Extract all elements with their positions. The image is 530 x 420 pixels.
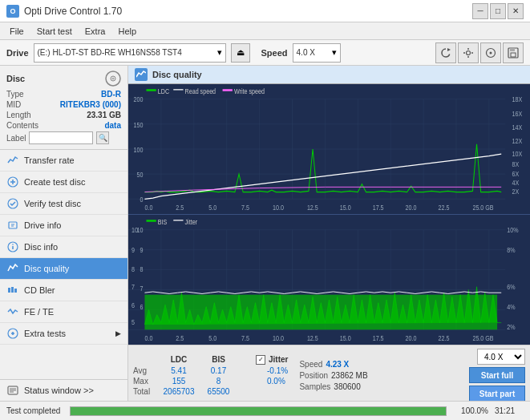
charts-wrapper: 200 150 100 50 0 18X 16X 14X 12X 10X 8X … bbox=[128, 84, 530, 345]
save-button[interactable] bbox=[503, 42, 524, 63]
disc-label-label: Label bbox=[6, 134, 26, 143]
start-part-button[interactable]: Start part bbox=[469, 386, 525, 401]
samples-row: Samples 380600 bbox=[299, 382, 367, 391]
svg-marker-0 bbox=[447, 48, 451, 51]
app-title: Opti Drive Control 1.70 bbox=[24, 6, 122, 17]
status-window-label: Status window >> bbox=[24, 386, 94, 395]
svg-rect-5 bbox=[471, 52, 473, 54]
menu-file[interactable]: File bbox=[5, 25, 29, 38]
svg-point-7 bbox=[490, 51, 492, 54]
disc-mid-label: MID bbox=[6, 100, 21, 109]
disc-mid-row: MID RITEKBR3 (000) bbox=[6, 100, 121, 109]
svg-text:20.0: 20.0 bbox=[406, 334, 417, 342]
sidebar-item-verify-test-disc[interactable]: Verify test disc bbox=[0, 193, 127, 215]
svg-text:0.0: 0.0 bbox=[144, 334, 152, 342]
svg-rect-130 bbox=[173, 220, 183, 220]
sidebar-item-transfer-rate-label: Transfer rate bbox=[24, 155, 75, 165]
svg-text:10.0: 10.0 bbox=[273, 334, 284, 342]
progress-text: 100.0% bbox=[456, 406, 488, 415]
extra-tests-arrow-icon: ▶ bbox=[115, 329, 121, 337]
fe-te-icon bbox=[6, 305, 19, 318]
svg-text:5.0: 5.0 bbox=[208, 334, 216, 342]
speed-dropdown-icon: ▾ bbox=[332, 47, 337, 58]
disc-title: Disc bbox=[6, 74, 25, 83]
svg-text:2%: 2% bbox=[507, 324, 515, 332]
svg-text:Jitter: Jitter bbox=[185, 219, 198, 227]
stats-col-ldc-header: LDC bbox=[159, 355, 199, 364]
menu-help[interactable]: Help bbox=[113, 25, 141, 38]
menu-start-test[interactable]: Start test bbox=[32, 25, 77, 38]
sidebar-item-cd-bler[interactable]: CD Bler bbox=[0, 280, 127, 301]
sidebar-item-transfer-rate[interactable]: Transfer rate bbox=[0, 150, 127, 172]
stats-max-jitter: 0.0% bbox=[267, 377, 285, 386]
sidebar-item-fe-te-label: FE / TE bbox=[24, 307, 54, 317]
samples-value: 380600 bbox=[334, 382, 360, 391]
svg-text:22.5: 22.5 bbox=[438, 334, 449, 342]
sidebar-item-fe-te[interactable]: FE / TE bbox=[0, 301, 127, 323]
svg-text:17.5: 17.5 bbox=[373, 204, 384, 212]
stats-total-label: Total bbox=[133, 387, 157, 396]
svg-text:20.0: 20.0 bbox=[406, 204, 417, 212]
progress-container bbox=[70, 406, 447, 416]
start-full-button[interactable]: Start full bbox=[469, 367, 525, 383]
stats-avg-ldc: 5.41 bbox=[159, 366, 199, 375]
disc-type-label: Type bbox=[6, 90, 24, 99]
stats-total-row: Total 2065703 65500 bbox=[133, 387, 288, 396]
svg-text:BIS: BIS bbox=[158, 219, 168, 227]
verify-test-disc-icon bbox=[6, 197, 19, 210]
svg-rect-9 bbox=[510, 48, 515, 51]
disc-info-panel: Disc Type BD-R MID RITEKBR3 (000) Length… bbox=[0, 66, 127, 150]
svg-rect-24 bbox=[8, 288, 10, 293]
svg-text:6: 6 bbox=[131, 301, 135, 309]
transfer-rate-icon bbox=[6, 154, 19, 167]
extra-tests-icon bbox=[6, 327, 19, 340]
status-window-icon bbox=[6, 384, 19, 397]
svg-text:8: 8 bbox=[131, 265, 135, 273]
sidebar-item-extra-tests[interactable]: Extra tests ▶ bbox=[0, 323, 127, 345]
action-section: 4.0 X 2.0 X 6.0 X 8.0 X Start full Start… bbox=[469, 349, 525, 401]
speed-stat-label: Speed bbox=[299, 360, 322, 369]
refresh-button[interactable] bbox=[435, 42, 456, 63]
svg-rect-10 bbox=[511, 53, 516, 57]
drive-action-buttons bbox=[435, 42, 524, 63]
window-controls: ─ □ ✕ bbox=[472, 3, 524, 19]
jitter-checkbox[interactable]: ✓ bbox=[256, 355, 265, 365]
disc-quality-title: Disc quality bbox=[152, 70, 202, 79]
close-button[interactable]: ✕ bbox=[508, 3, 524, 19]
svg-text:12.5: 12.5 bbox=[307, 334, 318, 342]
svg-text:6%: 6% bbox=[507, 284, 515, 292]
sidebar-item-disc-info[interactable]: Disc info bbox=[0, 236, 127, 258]
speed-dropdown[interactable]: 4.0 X 2.0 X 6.0 X 8.0 X bbox=[477, 349, 525, 365]
stats-col-bis-header: BIS bbox=[200, 355, 237, 364]
svg-text:18X: 18X bbox=[512, 96, 523, 104]
speed-selector[interactable]: 4.0 X ▾ bbox=[293, 43, 341, 63]
sidebar-item-create-test-disc[interactable]: Create test disc bbox=[0, 172, 127, 193]
svg-text:4%: 4% bbox=[507, 304, 515, 312]
disc-label-input[interactable] bbox=[29, 131, 93, 144]
speed-label: Speed bbox=[261, 48, 288, 58]
svg-text:8%: 8% bbox=[507, 247, 515, 255]
minimize-button[interactable]: ─ bbox=[472, 3, 488, 19]
drive-dropdown-icon: ▾ bbox=[217, 47, 222, 58]
maximize-button[interactable]: □ bbox=[490, 3, 506, 19]
svg-text:7.5: 7.5 bbox=[241, 204, 249, 212]
disc-label-search-button[interactable]: 🔍 bbox=[96, 131, 109, 144]
disc-button[interactable] bbox=[480, 42, 501, 63]
svg-text:2.5: 2.5 bbox=[176, 334, 184, 342]
status-window-item[interactable]: Status window >> bbox=[0, 379, 127, 401]
settings-button[interactable] bbox=[458, 42, 479, 63]
disc-length-label: Length bbox=[6, 111, 31, 119]
svg-text:5: 5 bbox=[131, 318, 135, 326]
svg-text:25.0 GB: 25.0 GB bbox=[472, 204, 493, 212]
sidebar-item-disc-quality[interactable]: Disc quality bbox=[0, 258, 127, 280]
menu-extra[interactable]: Extra bbox=[80, 25, 111, 38]
disc-length-row: Length 23.31 GB bbox=[6, 111, 121, 119]
sidebar-item-drive-info[interactable]: Drive info bbox=[0, 215, 127, 236]
drive-selector[interactable]: (E:) HL-DT-ST BD-RE WH16NS58 TST4 ▾ bbox=[34, 43, 226, 63]
drive-value: (E:) HL-DT-ST BD-RE WH16NS58 TST4 bbox=[38, 48, 217, 57]
disc-quality-icon bbox=[6, 262, 19, 275]
drive-eject-button[interactable]: ⏏ bbox=[231, 43, 250, 63]
disc-type-value: BD-R bbox=[101, 90, 121, 99]
svg-rect-2 bbox=[467, 48, 469, 50]
sidebar-item-cd-bler-label: CD Bler bbox=[24, 285, 55, 295]
